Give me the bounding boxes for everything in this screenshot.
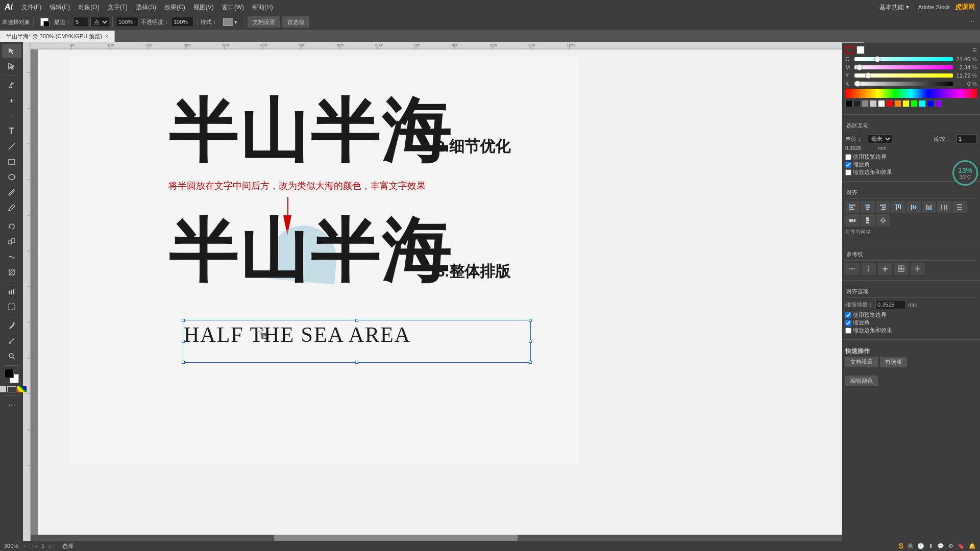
distribute-v-btn[interactable] <box>952 201 967 213</box>
opacity-input[interactable] <box>116 17 139 27</box>
rotate-tool[interactable] <box>2 219 21 234</box>
ref-point-btn[interactable] <box>876 214 890 227</box>
measure-tool[interactable] <box>2 334 21 348</box>
fill-mode-btn[interactable] <box>0 386 6 392</box>
bookmark-icon[interactable]: 🔖 <box>958 543 965 549</box>
align-center-h-btn[interactable] <box>861 201 875 213</box>
swatch-light[interactable] <box>870 100 877 107</box>
chat-icon[interactable]: 💬 <box>937 543 944 549</box>
k-thumb[interactable] <box>854 81 861 87</box>
guide-h-btn[interactable] <box>845 263 860 275</box>
c-slider[interactable] <box>854 57 953 61</box>
distribute-space-v-btn[interactable] <box>861 214 875 227</box>
doc-settings-quick-btn[interactable]: 文档设置 <box>845 357 878 367</box>
swatch-gray[interactable] <box>862 100 869 107</box>
y-slider[interactable] <box>854 73 953 78</box>
input-method-btn[interactable]: 英 <box>908 542 913 550</box>
line-tool[interactable] <box>2 139 21 154</box>
scale-input[interactable] <box>957 134 977 143</box>
canvas-area[interactable]: 半山半海 2.细节优化 将半圆放在文字中间后方，改为类似大海的颜色，丰富文字效果… <box>31 42 842 541</box>
sel-handle-tl[interactable] <box>182 319 185 322</box>
opacity-value-input[interactable] <box>171 17 194 27</box>
sel-handle-bc[interactable] <box>355 361 358 364</box>
color-spectrum[interactable] <box>845 89 977 98</box>
pen-tool[interactable] <box>2 78 21 92</box>
pencil-tool[interactable] <box>2 201 21 215</box>
guide-smart-btn[interactable] <box>911 263 925 275</box>
corner-checkbox-input[interactable] <box>845 320 851 326</box>
text-tool[interactable]: T <box>2 124 21 138</box>
stroke-mode-btn[interactable] <box>7 386 16 392</box>
distribute-space-h-btn[interactable] <box>845 214 860 227</box>
menu-file[interactable]: 文件(F) <box>17 0 45 14</box>
unit-select[interactable]: 毫米 像素 英寸 <box>868 134 892 143</box>
swatch-blue[interactable] <box>927 100 934 107</box>
m-slider[interactable] <box>854 65 953 69</box>
y-thumb[interactable] <box>865 72 871 79</box>
effects-checkbox[interactable]: 缩放边角和效果 <box>845 327 977 334</box>
sel-handle-tr[interactable] <box>529 319 532 322</box>
prefs-quick-btn[interactable]: 首选项 <box>880 357 907 367</box>
tab-close-btn[interactable]: × <box>105 33 108 39</box>
corner-checkbox[interactable]: 缩放角 <box>845 319 977 327</box>
edit-color-btn[interactable]: 编辑颜色 <box>845 375 878 386</box>
swatch-green[interactable] <box>911 100 918 107</box>
menu-window[interactable]: 窗口(W) <box>218 0 248 14</box>
k-slider[interactable] <box>854 82 953 86</box>
sel-handle-bl[interactable] <box>182 361 185 364</box>
align-right-btn[interactable] <box>876 201 890 213</box>
rect-tool[interactable] <box>2 155 21 169</box>
doc-settings-btn[interactable]: 文档设置 <box>248 16 280 28</box>
align-bottom-btn[interactable] <box>922 201 936 213</box>
swatch-black[interactable] <box>845 100 852 107</box>
download-icon[interactable]: ⬇ <box>928 543 933 549</box>
prefs-btn[interactable]: 首选项 <box>282 16 309 28</box>
fill-stroke-colors[interactable] <box>5 369 19 383</box>
swatch-yellow[interactable] <box>902 100 910 107</box>
warp-tool[interactable] <box>2 250 21 264</box>
ellipse-tool[interactable] <box>2 170 21 184</box>
sel-handle-br[interactable] <box>529 361 532 364</box>
snap-checkbox[interactable]: 使用预览边界 <box>845 311 977 319</box>
guide-point-btn[interactable] <box>878 263 892 275</box>
menu-edit[interactable]: 编辑(E) <box>45 0 74 14</box>
add-anchor-tool[interactable]: + <box>2 93 21 108</box>
clock-icon[interactable]: 🕐 <box>917 543 924 549</box>
swatch-purple[interactable] <box>935 100 942 107</box>
swatch-dark[interactable] <box>853 100 861 107</box>
align-top-btn[interactable] <box>891 201 905 213</box>
style-dropdown[interactable]: ▾ <box>219 16 241 28</box>
white-color-btn[interactable] <box>856 46 865 54</box>
snap-bounds-checkbox[interactable] <box>845 154 851 160</box>
distribute-h-btn[interactable] <box>937 201 951 213</box>
settings-icon[interactable]: ⚙ <box>948 543 953 549</box>
stroke-color-btn[interactable] <box>37 16 52 28</box>
snap-corners-checkbox[interactable] <box>845 162 851 168</box>
align-center-v-btn[interactable] <box>906 201 921 213</box>
superstar-icon[interactable]: S <box>899 542 903 550</box>
snap-amount-input[interactable]: 0.3528 <box>875 300 906 309</box>
stroke-unit-select[interactable]: 点 <box>90 17 109 27</box>
align-left-btn[interactable] <box>845 201 860 213</box>
graph-tool[interactable] <box>2 284 21 298</box>
menu-view[interactable]: 视图(V) <box>189 0 218 14</box>
artboard-tool[interactable] <box>2 299 21 314</box>
effects-checkbox-input[interactable] <box>845 328 851 334</box>
menu-effect[interactable]: 效果(C) <box>160 0 189 14</box>
snap-checkbox-input[interactable] <box>845 312 851 318</box>
notification-icon[interactable]: 🔔 <box>969 543 976 549</box>
color-mode-btn[interactable] <box>17 386 27 392</box>
free-transform-tool[interactable] <box>2 265 21 280</box>
menu-select[interactable]: 选择(S) <box>132 0 160 14</box>
scale-tool[interactable] <box>2 235 21 249</box>
sel-handle-tc[interactable] <box>355 319 358 322</box>
menu-help[interactable]: 帮助(H) <box>248 0 277 14</box>
guide-grid-btn[interactable] <box>894 263 909 275</box>
more-tools-btn[interactable]: ⋯ <box>2 398 21 412</box>
select-tool[interactable] <box>2 44 21 58</box>
scrollbar-h[interactable] <box>31 535 842 541</box>
swatch-orange[interactable] <box>894 100 901 107</box>
guide-v-btn[interactable] <box>862 263 876 275</box>
stroke-width-input[interactable] <box>73 17 88 27</box>
menu-text[interactable]: 文字(T) <box>104 0 132 14</box>
